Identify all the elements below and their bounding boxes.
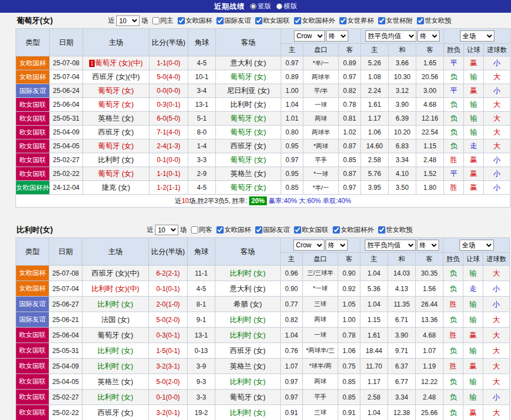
home-team[interactable]: 法国 (女) [82, 312, 149, 328]
period-select[interactable]: 全场 [460, 30, 494, 42]
filter-competition-欧女国联[interactable]: 欧女国联 [255, 16, 290, 25]
match-date: 25-07-04 [49, 281, 82, 297]
away-team[interactable]: 希腊 (女) [215, 297, 281, 312]
away-team[interactable]: 比利时 (女) [215, 405, 281, 420]
home-team[interactable]: 比利时 (女) [82, 390, 149, 405]
home-team[interactable]: 比利时 (女) [82, 297, 149, 312]
filter-competition-女欧国杯[interactable]: 女欧国杯 [178, 16, 212, 25]
away-team[interactable]: 葡萄牙 (女) [216, 126, 281, 139]
home-team[interactable]: 葡萄牙 (女) [83, 167, 149, 181]
home-team[interactable]: 西班牙 (女) [82, 405, 149, 420]
competition-checkbox[interactable] [417, 17, 424, 24]
away-team[interactable]: 比利时 (女) [216, 98, 281, 112]
col-result-goals: 进球数 [484, 44, 510, 56]
filter-competition-女欧国杯外[interactable]: 女欧国杯外 [294, 16, 335, 25]
home-team[interactable]: 比利时 (女) [82, 343, 149, 359]
home-team[interactable]: 西班牙 (女)(中) [82, 266, 149, 281]
match-type-badge: 女欧国杯 [16, 266, 49, 281]
layout-option-vertical[interactable]: 竖版 [250, 2, 271, 11]
competition-checkbox[interactable] [216, 17, 224, 24]
filter-competition-欧女国联[interactable]: 欧女国联 [294, 225, 328, 235]
home-team[interactable]: 葡萄牙 (女) [83, 98, 149, 112]
odds-away: 1.02 [339, 126, 361, 139]
away-team[interactable]: 尼日利亚 (女) [216, 84, 281, 98]
competition-checkbox[interactable] [333, 226, 340, 234]
odds-home: 0.80 [281, 126, 303, 139]
competition-checkbox[interactable] [255, 17, 262, 24]
filter-same-venue[interactable]: 同客 [191, 225, 212, 235]
layout-radio-horizontal[interactable] [276, 3, 282, 9]
away-team[interactable]: 比利时 (女) [215, 374, 281, 390]
home-team[interactable]: 葡萄牙 (女) [83, 139, 149, 153]
home-team[interactable]: 比利时 (女) [83, 153, 149, 167]
result-outcome: 负 [443, 281, 463, 297]
competition-checkbox[interactable] [378, 17, 385, 24]
summary-row: 近10场,胜2平3负5, 胜率: 20% 赢率:40% 大:60% 单双:40% [16, 195, 510, 208]
filter-competition-女世界杯[interactable]: 女世界杯 [339, 16, 374, 25]
away-team[interactable]: 葡萄牙 (女) [216, 70, 281, 84]
home-team[interactable]: 英格兰 (女) [83, 112, 149, 126]
corner-score: 2-9 [188, 167, 216, 181]
competition-checkbox[interactable] [339, 17, 347, 24]
away-team[interactable]: 西班牙 (女) [216, 139, 281, 153]
competition-checkbox[interactable] [378, 226, 385, 234]
odds-away: 1.00 [338, 312, 360, 328]
away-team[interactable]: 比利时 (女) [215, 266, 281, 281]
home-team[interactable]: 比利时 (女)(中) [82, 281, 149, 297]
home-team[interactable]: 比利时 (女) [82, 359, 149, 374]
avg-away: 1.15 [416, 139, 444, 153]
away-team[interactable]: 比利时 (女) [215, 328, 281, 343]
col-avg-away: 客 [416, 253, 443, 266]
away-team[interactable]: 意大利 (女) [215, 281, 281, 297]
away-team[interactable]: 西班牙 (女) [215, 343, 281, 359]
away-team[interactable]: 英格兰 (女) [216, 167, 281, 181]
layout-option-horizontal[interactable]: 横版 [276, 2, 297, 11]
avg-odds-select[interactable]: 胜平负均值 [365, 30, 416, 42]
competition-checkbox[interactable] [255, 226, 262, 234]
filter-same-venue[interactable]: 同主 [152, 16, 173, 25]
bookmaker-select[interactable]: Crow [294, 30, 325, 42]
period-select[interactable]: 全场 [460, 240, 494, 251]
away-team[interactable]: 葡萄牙 (女) [215, 390, 281, 405]
filter-competition-女欧国杯[interactable]: 女欧国杯 [216, 225, 251, 235]
match-date: 25-07-08 [50, 56, 83, 70]
home-team[interactable]: 捷克 (女) [83, 181, 149, 195]
away-team[interactable]: 葡萄牙 (女) [216, 153, 281, 167]
away-team[interactable]: 比利时 (女) [215, 312, 281, 328]
home-team[interactable]: 葡萄牙 (女) [83, 84, 149, 98]
home-team[interactable]: 1葡萄牙 (女)(中) [83, 56, 149, 70]
home-team[interactable]: 西班牙 (女)(中) [83, 70, 149, 84]
odds-final-select[interactable]: 终 [326, 30, 348, 42]
away-team[interactable]: 葡萄牙 (女) [216, 112, 281, 126]
competition-label: 女欧国杯外 [340, 225, 374, 235]
home-team[interactable]: 葡萄牙 (女) [82, 328, 149, 343]
avg-final-select[interactable]: 终 [417, 30, 440, 42]
home-team[interactable]: 英格兰 (女) [82, 374, 149, 390]
filter-competition-女欧国杯外[interactable]: 女欧国杯外 [333, 225, 374, 235]
filter-competition-国际友谊[interactable]: 国际友谊 [255, 225, 290, 235]
recent-count-select[interactable]: 10 [116, 15, 140, 26]
away-team[interactable]: 意大利 (女) [216, 56, 281, 70]
filter-competition-国际友谊[interactable]: 国际友谊 [216, 16, 251, 25]
filter-competition-世女欧预[interactable]: 世女欧预 [417, 16, 451, 25]
avg-final-select[interactable]: 终 [417, 240, 439, 251]
away-team[interactable]: 葡萄牙 (女) [216, 181, 281, 195]
competition-checkbox[interactable] [216, 226, 224, 234]
same-venue-checkbox[interactable] [191, 226, 198, 234]
bookmaker-select[interactable]: Crow [293, 240, 324, 251]
avg-home: 5.36 [360, 281, 388, 297]
competition-checkbox[interactable] [178, 17, 185, 24]
odds-away: 0.85 [338, 390, 360, 405]
odds-handicap: 平手 [303, 390, 338, 405]
competition-checkbox[interactable] [294, 17, 301, 24]
layout-radio-vertical[interactable] [250, 3, 256, 9]
same-venue-checkbox[interactable] [152, 17, 159, 24]
avg-odds-select[interactable]: 胜平负均值 [365, 240, 416, 251]
competition-checkbox[interactable] [294, 226, 301, 234]
away-team[interactable]: 英格兰 (女) [215, 359, 281, 374]
home-team[interactable]: 西班牙 (女) [83, 126, 149, 139]
recent-count-select[interactable]: 10 [155, 225, 178, 235]
filter-competition-世女欧预[interactable]: 世女欧预 [378, 225, 412, 235]
filter-competition-女世杯附[interactable]: 女世杯附 [378, 16, 412, 25]
odds-final-select[interactable]: 终 [326, 240, 348, 251]
